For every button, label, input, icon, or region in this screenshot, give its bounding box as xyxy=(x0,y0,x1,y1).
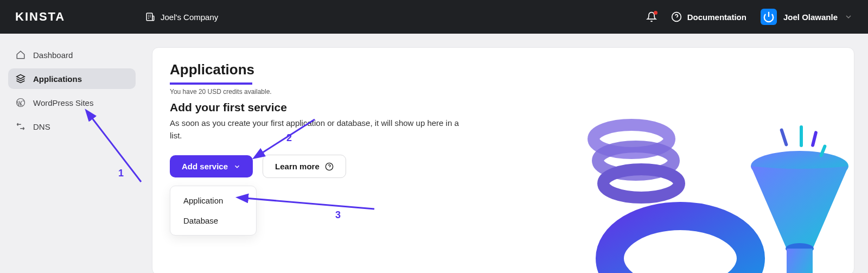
dns-icon xyxy=(16,122,25,131)
learn-more-button[interactable]: Learn more xyxy=(263,155,346,178)
sidebar-item-dns[interactable]: DNS xyxy=(8,116,136,137)
svg-rect-6 xyxy=(152,16,154,21)
sidebar-item-applications[interactable]: Applications xyxy=(8,68,136,89)
add-service-button[interactable]: Add service xyxy=(170,155,253,177)
company-selector[interactable]: Joel's Company xyxy=(145,12,218,22)
svg-rect-0 xyxy=(146,13,152,21)
building-icon xyxy=(145,12,155,22)
add-service-dropdown: Add service Application Database xyxy=(170,155,253,177)
layers-icon xyxy=(16,74,25,84)
menu-item-database[interactable]: Database xyxy=(170,211,256,231)
svg-rect-22 xyxy=(800,125,803,147)
avatar xyxy=(761,9,777,25)
company-name: Joel's Company xyxy=(161,12,218,22)
sidebar-item-label: Dashboard xyxy=(33,50,73,60)
svg-marker-10 xyxy=(17,75,25,79)
brand-logo: KINSTA xyxy=(15,10,145,24)
title-underline xyxy=(170,82,252,85)
add-service-label: Add service xyxy=(182,162,228,171)
add-service-menu: Application Database xyxy=(170,186,257,236)
sidebar-item-label: WordPress Sites xyxy=(33,98,93,107)
username: Joel Olawanle xyxy=(783,12,838,22)
help-icon xyxy=(671,11,682,22)
documentation-label: Documentation xyxy=(687,12,746,22)
illustration xyxy=(566,101,854,273)
notification-dot xyxy=(654,11,658,15)
chevron-down-icon xyxy=(233,163,241,170)
documentation-link[interactable]: Documentation xyxy=(671,11,746,22)
wordpress-icon xyxy=(16,98,25,107)
svg-rect-20 xyxy=(787,249,813,273)
menu-item-label: Application xyxy=(183,196,223,205)
header-right: Documentation Joel Olawanle xyxy=(646,9,853,25)
svg-point-17 xyxy=(610,216,751,273)
svg-rect-23 xyxy=(810,131,818,148)
sidebar-item-label: Applications xyxy=(33,74,82,84)
help-icon xyxy=(325,162,334,171)
power-icon xyxy=(763,11,775,23)
top-header: KINSTA Joel's Company Documentation Joel… xyxy=(0,0,868,34)
sidebar-item-dashboard[interactable]: Dashboard xyxy=(8,45,136,65)
svg-rect-21 xyxy=(780,128,788,147)
user-menu[interactable]: Joel Olawanle xyxy=(761,9,853,25)
menu-item-application[interactable]: Application xyxy=(170,191,256,211)
notifications-button[interactable] xyxy=(646,11,657,22)
learn-more-label: Learn more xyxy=(275,162,320,171)
svg-point-16 xyxy=(603,169,679,198)
sidebar: Dashboard Applications WordPress Sites D… xyxy=(0,34,144,273)
menu-item-label: Database xyxy=(183,216,218,225)
page-title: Applications xyxy=(170,61,837,78)
home-icon xyxy=(16,50,25,60)
section-description: As soon as you create your first applica… xyxy=(170,117,468,142)
chevron-down-icon xyxy=(844,12,853,21)
credit-note: You have 20 USD credits available. xyxy=(170,88,837,96)
sidebar-item-label: DNS xyxy=(33,122,50,131)
sidebar-item-wordpress[interactable]: WordPress Sites xyxy=(8,92,136,113)
main-card: Applications You have 20 USD credits ava… xyxy=(152,47,854,273)
